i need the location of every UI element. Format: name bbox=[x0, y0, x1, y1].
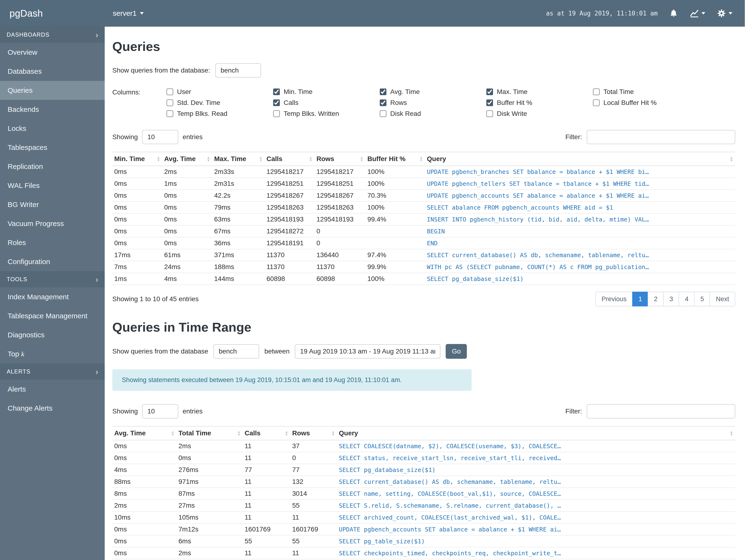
query-cell[interactable]: UPDATE pgbench_tellers SET tbalance = tb… bbox=[425, 178, 735, 190]
column-header-query[interactable]: Query▴▾ bbox=[425, 152, 735, 166]
sidebar-item-index-management[interactable]: Index Management bbox=[0, 287, 105, 306]
database-input[interactable] bbox=[215, 63, 261, 77]
sidebar-section-alerts[interactable]: ALERTS› bbox=[0, 363, 105, 380]
column-toggle-rows[interactable]: Rows bbox=[380, 99, 486, 106]
query-cell[interactable]: SELECT pg_table_size($1) bbox=[337, 535, 735, 547]
checkbox-user[interactable] bbox=[167, 89, 173, 95]
query-cell[interactable]: SELECT checkpoints_timed, checkpoints_re… bbox=[337, 547, 735, 559]
query-cell[interactable]: UPDATE pgbench_branches SET bbalance = b… bbox=[425, 166, 735, 178]
checkbox-min-time[interactable] bbox=[273, 89, 280, 95]
column-header-calls[interactable]: Calls▴▾ bbox=[265, 152, 315, 166]
pagination-next[interactable]: Next bbox=[710, 292, 735, 306]
query-cell[interactable]: SELECT COALESCE(datname, $2), COALESCE(u… bbox=[337, 440, 735, 452]
sidebar-item-locks[interactable]: Locks bbox=[0, 119, 105, 138]
pagination-page-5[interactable]: 5 bbox=[694, 292, 710, 306]
sidebar-item-vacuum-progress[interactable]: Vacuum Progress bbox=[0, 214, 105, 233]
query-cell[interactable]: END bbox=[425, 237, 735, 249]
sidebar-item-top[interactable]: Top k bbox=[0, 344, 105, 363]
sidebar-item-configuration[interactable]: Configuration bbox=[0, 252, 105, 271]
pagination-previous[interactable]: Previous bbox=[595, 292, 633, 306]
checkbox-max-time[interactable] bbox=[486, 89, 493, 95]
pagination-page-1[interactable]: 1 bbox=[632, 292, 648, 306]
checkbox-std-dev-time[interactable] bbox=[167, 99, 173, 106]
entries-count-input-time-range[interactable] bbox=[142, 404, 178, 419]
pagination-page-2[interactable]: 2 bbox=[648, 292, 663, 306]
app-logo[interactable]: pgDash bbox=[0, 8, 105, 19]
server-selector[interactable]: server1 bbox=[113, 9, 144, 18]
column-header-rows[interactable]: Rows▴▾ bbox=[290, 426, 337, 440]
checkbox-temp-blks-read[interactable] bbox=[167, 110, 173, 117]
sidebar-item-overview[interactable]: Overview bbox=[0, 43, 105, 62]
notifications-button[interactable] bbox=[669, 9, 678, 18]
query-cell[interactable]: UPDATE pgbench_accounts SET abalance = a… bbox=[337, 523, 735, 535]
sidebar-item-change-alerts[interactable]: Change Alerts bbox=[0, 399, 105, 418]
checkbox-disk-read[interactable] bbox=[380, 110, 386, 117]
query-cell[interactable]: SELECT status, receive_start_lsn, receiv… bbox=[337, 452, 735, 464]
column-toggle-disk-read[interactable]: Disk Read bbox=[380, 110, 486, 118]
query-cell[interactable]: SELECT archived_count, COALESCE(last_arc… bbox=[337, 512, 735, 523]
column-toggle-local-buffer-hit[interactable]: Local Buffer Hit % bbox=[593, 99, 700, 106]
pagination-page-3[interactable]: 3 bbox=[663, 292, 679, 306]
sidebar-item-tablespace-management[interactable]: Tablespace Management bbox=[0, 306, 105, 325]
query-cell[interactable]: SELECT pg_database_size($1) bbox=[425, 273, 735, 285]
sidebar-item-queries[interactable]: Queries bbox=[0, 81, 105, 100]
query-cell[interactable]: WITH pc AS (SELECT pubname, COUNT(*) AS … bbox=[425, 261, 735, 273]
column-header-total-time[interactable]: Total Time▴▾ bbox=[176, 426, 243, 440]
sidebar-item-replication[interactable]: Replication bbox=[0, 157, 105, 176]
column-toggle-disk-write[interactable]: Disk Write bbox=[486, 110, 593, 118]
query-cell[interactable]: SELECT name, setting, COALESCE(boot_val,… bbox=[337, 488, 735, 500]
column-header-avg-time[interactable]: Avg. Time▴▾ bbox=[162, 152, 212, 166]
query-cell[interactable]: UPDATE pgbench_accounts SET abalance = a… bbox=[425, 190, 735, 201]
column-toggle-user[interactable]: User bbox=[167, 88, 273, 96]
sidebar-section-dashboards[interactable]: DASHBOARDS› bbox=[0, 27, 105, 43]
charts-menu-button[interactable] bbox=[689, 8, 705, 18]
checkbox-temp-blks-written[interactable] bbox=[273, 110, 280, 117]
date-range-input[interactable] bbox=[295, 344, 441, 359]
go-button[interactable]: Go bbox=[446, 344, 467, 359]
column-header-rows[interactable]: Rows▴▾ bbox=[315, 152, 365, 166]
checkbox-local-buffer-hit[interactable] bbox=[593, 99, 600, 106]
column-header-min-time[interactable]: Min. Time▴▾ bbox=[112, 152, 162, 166]
sidebar-item-diagnostics[interactable]: Diagnostics bbox=[0, 325, 105, 344]
checkbox-buffer-hit[interactable] bbox=[486, 99, 493, 106]
sidebar-item-wal-files[interactable]: WAL Files bbox=[0, 176, 105, 195]
column-toggle-temp-blks-written[interactable]: Temp Blks. Written bbox=[273, 110, 380, 118]
column-toggle-calls[interactable]: Calls bbox=[273, 99, 380, 106]
settings-menu-button[interactable] bbox=[717, 8, 733, 18]
query-cell[interactable]: SELECT current_database() AS db, scheman… bbox=[337, 476, 735, 488]
column-header-max-time[interactable]: Max. Time▴▾ bbox=[212, 152, 265, 166]
checkbox-rows[interactable] bbox=[380, 99, 386, 106]
query-cell[interactable]: BEGIN bbox=[425, 225, 735, 237]
column-toggle-buffer-hit[interactable]: Buffer Hit % bbox=[486, 99, 593, 106]
query-cell[interactable]: SELECT S.relid, S.schemaname, S.relname,… bbox=[337, 500, 735, 512]
column-toggle-max-time[interactable]: Max. Time bbox=[486, 88, 593, 96]
checkbox-calls[interactable] bbox=[273, 99, 280, 106]
column-header-query[interactable]: Query▴▾ bbox=[337, 426, 735, 440]
checkbox-avg-time[interactable] bbox=[380, 89, 386, 95]
query-cell[interactable]: SELECT current_database() AS db, scheman… bbox=[425, 249, 735, 261]
column-toggle-temp-blks-read[interactable]: Temp Blks. Read bbox=[167, 110, 273, 118]
filter-input[interactable] bbox=[587, 130, 735, 144]
sidebar-item-databases[interactable]: Databases bbox=[0, 62, 105, 81]
column-toggle-std-dev-time[interactable]: Std. Dev. Time bbox=[167, 99, 273, 106]
column-header-buffer-hit[interactable]: Buffer Hit %▴▾ bbox=[365, 152, 425, 166]
column-toggle-total-time[interactable]: Total Time bbox=[593, 88, 700, 96]
sidebar-section-tools[interactable]: TOOLS› bbox=[0, 271, 105, 287]
sidebar-item-backends[interactable]: Backends bbox=[0, 100, 105, 119]
pagination-page-4[interactable]: 4 bbox=[679, 292, 694, 306]
sidebar-item-alerts[interactable]: Alerts bbox=[0, 380, 105, 399]
column-toggle-min-time[interactable]: Min. Time bbox=[273, 88, 380, 96]
column-header-calls[interactable]: Calls▴▾ bbox=[243, 426, 290, 440]
database-input-time-range[interactable] bbox=[214, 344, 259, 359]
query-cell[interactable]: INSERT INTO pgbench_history (tid, bid, a… bbox=[425, 213, 735, 225]
entries-count-input[interactable] bbox=[142, 130, 178, 144]
checkbox-disk-write[interactable] bbox=[486, 110, 493, 117]
filter-input-time-range[interactable] bbox=[587, 404, 735, 419]
column-toggle-avg-time[interactable]: Avg. Time bbox=[380, 88, 486, 96]
sidebar-item-bg-writer[interactable]: BG Writer bbox=[0, 195, 105, 214]
column-header-avg-time[interactable]: Avg. Time▴▾ bbox=[112, 426, 176, 440]
sidebar-item-tablespaces[interactable]: Tablespaces bbox=[0, 138, 105, 157]
sidebar-item-roles[interactable]: Roles bbox=[0, 233, 105, 252]
query-cell[interactable]: SELECT abalance FROM pgbench_accounts WH… bbox=[425, 201, 735, 213]
query-cell[interactable]: SELECT pg_database_size($1) bbox=[337, 464, 735, 476]
